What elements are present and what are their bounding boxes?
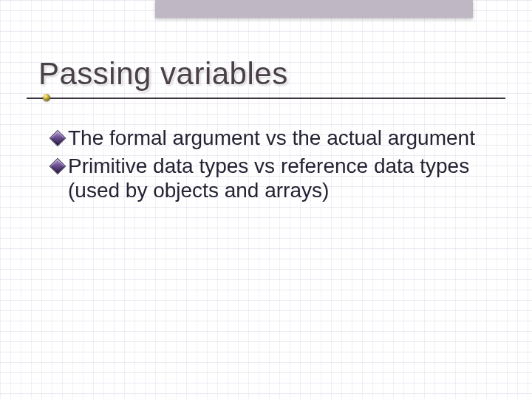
title-jewel-icon bbox=[43, 94, 50, 101]
diamond-bullet-icon bbox=[50, 130, 66, 147]
slide-body: The formal argument vs the actual argume… bbox=[68, 126, 488, 206]
list-item: Primitive data types vs reference data t… bbox=[68, 154, 488, 203]
list-item: The formal argument vs the actual argume… bbox=[68, 126, 488, 151]
header-accent-band bbox=[155, 0, 473, 18]
title-underline bbox=[27, 98, 505, 99]
slide-title: Passing variables bbox=[38, 56, 502, 92]
diamond-bullet-icon bbox=[50, 157, 66, 174]
list-item-text: Primitive data types vs reference data t… bbox=[68, 154, 488, 203]
list-item-text: The formal argument vs the actual argume… bbox=[68, 126, 488, 151]
slide: Passing variables The formal argument vs… bbox=[0, 0, 532, 399]
